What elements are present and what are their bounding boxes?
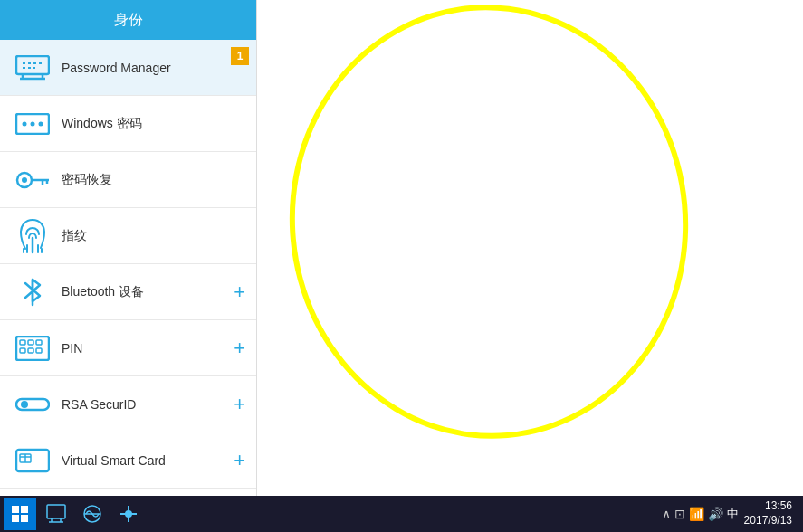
svg-point-11 bbox=[22, 177, 27, 183]
sidebar-item-password-recovery[interactable]: 密码恢复 bbox=[0, 152, 256, 208]
time-display: 13:56 bbox=[744, 499, 792, 514]
svg-point-29 bbox=[21, 401, 28, 408]
svg-rect-25 bbox=[20, 348, 25, 353]
sidebar-item-password-manager[interactable]: Password Manager 1 bbox=[0, 40, 256, 96]
sidebar-item-fingerprint[interactable]: 指纹 bbox=[0, 208, 256, 264]
sidebar-item-virtual-smart-card[interactable]: Virtual Smart Card + bbox=[0, 432, 256, 489]
password-manager-badge: 1 bbox=[231, 47, 249, 65]
sidebar-item-bluetooth[interactable]: Bluetooth 设备 + bbox=[0, 264, 256, 320]
svg-rect-35 bbox=[21, 506, 28, 513]
keyboard-dots-icon bbox=[14, 106, 51, 142]
taskbar: ∧ ⊡ 📶 🔊 中 13:56 2017/9/13 bbox=[0, 496, 803, 532]
bluetooth-label: Bluetooth 设备 bbox=[62, 284, 242, 300]
smart-card-icon bbox=[14, 442, 51, 479]
virtual-smart-card-label: Virtual Smart Card bbox=[62, 453, 242, 468]
password-manager-label: Password Manager bbox=[62, 61, 242, 75]
sidebar-header: 身份 bbox=[0, 0, 256, 40]
taskbar-tray: ∧ ⊡ 📶 🔊 中 13:56 2017/9/13 bbox=[662, 499, 799, 527]
tray-network-icon[interactable]: ⊡ bbox=[674, 507, 685, 521]
key-icon bbox=[14, 162, 51, 198]
monitor-key-icon bbox=[14, 50, 51, 86]
bluetooth-icon bbox=[14, 274, 51, 310]
svg-rect-37 bbox=[21, 515, 28, 522]
svg-rect-34 bbox=[12, 506, 19, 513]
sidebar-header-label: 身份 bbox=[114, 11, 143, 30]
tray-icons: ∧ ⊡ 📶 🔊 中 bbox=[662, 506, 739, 522]
svg-point-7 bbox=[23, 121, 27, 126]
sidebar: 身份 Password Manager 1 Windows bbox=[0, 0, 257, 507]
svg-rect-27 bbox=[36, 348, 42, 353]
password-recovery-label: 密码恢复 bbox=[62, 172, 242, 188]
taskbar-app-1[interactable] bbox=[40, 498, 72, 530]
rsa-securid-label: RSA SecurID bbox=[62, 397, 242, 412]
svg-rect-26 bbox=[28, 348, 33, 353]
svg-point-44 bbox=[125, 510, 132, 518]
svg-rect-30 bbox=[16, 450, 49, 471]
fingerprint-icon bbox=[14, 218, 51, 254]
virtual-smart-card-add-icon[interactable]: + bbox=[234, 451, 245, 470]
svg-rect-23 bbox=[28, 340, 33, 345]
tray-arrow-icon[interactable]: ∧ bbox=[662, 507, 671, 521]
sidebar-item-windows-password[interactable]: Windows 密码 bbox=[0, 96, 256, 152]
date-display: 2017/9/13 bbox=[744, 514, 792, 528]
pin-label: PIN bbox=[62, 341, 242, 356]
tray-time: 13:56 2017/9/13 bbox=[744, 499, 792, 527]
sidebar-item-pin[interactable]: PIN + bbox=[0, 320, 256, 376]
pin-add-icon[interactable]: + bbox=[234, 338, 245, 358]
bluetooth-add-icon[interactable]: + bbox=[234, 282, 245, 302]
svg-rect-36 bbox=[12, 515, 19, 522]
svg-rect-24 bbox=[36, 340, 42, 345]
svg-point-8 bbox=[31, 121, 35, 126]
svg-point-9 bbox=[39, 121, 43, 126]
taskbar-app-3[interactable] bbox=[112, 498, 145, 530]
tray-volume-icon[interactable]: 🔊 bbox=[708, 507, 723, 521]
taskbar-app-2[interactable] bbox=[76, 498, 109, 530]
pin-keyboard-icon bbox=[14, 330, 51, 366]
tray-lang-icon[interactable]: 中 bbox=[727, 506, 739, 522]
svg-rect-38 bbox=[47, 505, 65, 518]
svg-rect-22 bbox=[20, 340, 25, 345]
main-content bbox=[257, 0, 803, 507]
tray-wifi-icon[interactable]: 📶 bbox=[689, 507, 704, 521]
sidebar-item-rsa-securid[interactable]: RSA SecurID + bbox=[0, 376, 256, 432]
start-button[interactable] bbox=[4, 498, 36, 530]
rsa-add-icon[interactable]: + bbox=[234, 394, 245, 414]
windows-password-label: Windows 密码 bbox=[62, 116, 242, 132]
svg-rect-0 bbox=[16, 56, 49, 74]
fingerprint-label: 指纹 bbox=[62, 228, 242, 244]
toggle-key-icon bbox=[14, 386, 51, 423]
